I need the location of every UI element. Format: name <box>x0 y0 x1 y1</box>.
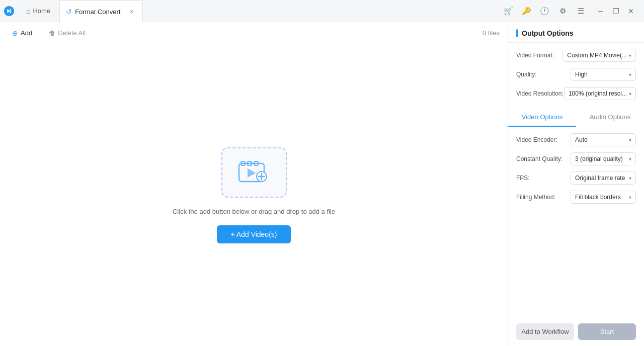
fps-row: FPS: Original frame rate ▾ <box>516 171 636 185</box>
constant-quality-value: 3 (original quality) <box>575 155 623 162</box>
add-video-label: + Add Video(s) <box>231 230 277 238</box>
start-button[interactable]: Start <box>578 323 636 340</box>
add-video-button[interactable]: + Add Video(s) <box>217 225 291 243</box>
accent-bar <box>516 29 518 37</box>
filling-method-row: Filling Method: Fill black borders ▾ <box>516 191 636 204</box>
tab-title: Format Convert <box>75 8 120 16</box>
trash-icon: 🗑 <box>48 29 55 37</box>
video-encoder-row: Video Encoder: Auto ▾ <box>516 133 636 146</box>
delete-all-button[interactable]: 🗑 Delete All <box>44 27 90 39</box>
add-icon: ⊕ <box>12 29 18 37</box>
video-resolution-value: 100% (original resol... <box>569 90 627 97</box>
constant-quality-row: Constant Quality: 3 (original quality) ▾ <box>516 152 636 165</box>
close-button[interactable]: ✕ <box>624 4 638 18</box>
menu-icon[interactable]: ☰ <box>574 4 588 18</box>
main-layout: ⊕ Add 🗑 Delete All 0 files <box>0 22 644 346</box>
drop-zone: Click the add button below or drag and d… <box>0 44 508 346</box>
title-bar-left: ⌂ Home ↺ Format Convert × <box>0 0 143 22</box>
svg-marker-5 <box>248 168 256 178</box>
output-options-title: Output Options <box>522 29 574 37</box>
restore-button[interactable]: ❐ <box>609 4 623 18</box>
video-format-row: Video Format: Custom MP4 Movie(... ▾ <box>516 49 636 62</box>
video-resolution-row: Video Resolution: 100% (original resol..… <box>516 87 636 100</box>
home-tab[interactable]: ⌂ Home <box>18 0 58 22</box>
fps-value: Original frame rate <box>575 175 625 182</box>
chevron-down-icon: ▾ <box>629 91 631 97</box>
video-resolution-select[interactable]: 100% (original resol... ▾ <box>564 87 636 100</box>
format-convert-tab[interactable]: ↺ Format Convert × <box>59 1 143 23</box>
chevron-down-icon: ▾ <box>629 156 631 162</box>
quality-select[interactable]: High ▾ <box>571 68 636 81</box>
quality-value: High <box>575 71 588 78</box>
key-icon[interactable]: 🔑 <box>519 4 533 18</box>
video-resolution-label: Video Resolution: <box>516 90 564 97</box>
filling-method-label: Filling Method: <box>516 194 555 201</box>
constant-quality-label: Constant Quality: <box>516 155 562 162</box>
window-controls: ─ ❐ ✕ <box>594 4 638 18</box>
add-label: Add <box>21 29 32 37</box>
file-count: 0 files <box>482 29 500 37</box>
toolbar-left: ⊕ Add 🗑 Delete All <box>8 27 90 39</box>
workflow-label: Add to Workflow <box>521 328 569 335</box>
filling-method-value: Fill black borders <box>575 194 621 201</box>
bottom-buttons: Add to Workflow Start <box>508 317 644 346</box>
video-add-icon <box>236 157 272 188</box>
filling-method-select[interactable]: Fill black borders ▾ <box>571 191 636 204</box>
drop-hint: Click the add button below or drag and d… <box>173 208 335 215</box>
chevron-down-icon: ▾ <box>629 72 631 77</box>
video-encoder-value: Auto <box>575 136 588 143</box>
chevron-down-icon: ▾ <box>629 195 631 200</box>
video-encoder-select[interactable]: Auto ▾ <box>571 133 636 146</box>
video-format-select[interactable]: Custom MP4 Movie(... ▾ <box>562 49 636 62</box>
app-icon <box>0 0 18 22</box>
chevron-down-icon: ▾ <box>629 137 631 143</box>
add-button[interactable]: ⊕ Add <box>8 27 36 39</box>
clock-icon[interactable]: 🕐 <box>537 4 551 18</box>
video-format-value: Custom MP4 Movie(... <box>567 52 627 59</box>
minimize-button[interactable]: ─ <box>594 4 608 18</box>
home-label: Home <box>33 7 50 15</box>
tab-video-options[interactable]: Video Options <box>508 108 576 127</box>
start-label: Start <box>600 328 614 335</box>
tab-audio-options[interactable]: Audio Options <box>576 108 644 127</box>
add-to-workflow-button[interactable]: Add to Workflow <box>516 323 574 340</box>
fps-label: FPS: <box>516 175 530 182</box>
output-options-form: Video Format: Custom MP4 Movie(... ▾ Qua… <box>508 43 644 106</box>
settings-icon[interactable]: ⚙ <box>555 4 570 18</box>
tab-convert-icon: ↺ <box>66 8 72 16</box>
fps-select[interactable]: Original frame rate ▾ <box>571 171 636 185</box>
chevron-down-icon: ▾ <box>629 53 631 58</box>
drop-icon-box <box>221 147 287 198</box>
output-options-header: Output Options <box>508 22 644 43</box>
video-format-label: Video Format: <box>516 52 554 59</box>
quality-row: Quality: High ▾ <box>516 68 636 81</box>
quality-label: Quality: <box>516 71 537 78</box>
left-panel: ⊕ Add 🗑 Delete All 0 files <box>0 22 508 346</box>
video-options-form: Video Encoder: Auto ▾ Constant Quality: … <box>508 127 644 317</box>
tab-video-options-label: Video Options <box>522 113 562 121</box>
cart-icon[interactable]: 🛒 <box>501 4 515 18</box>
constant-quality-select[interactable]: 3 (original quality) ▾ <box>571 152 636 165</box>
right-panel: Output Options Video Format: Custom MP4 … <box>508 22 644 346</box>
tab-audio-options-label: Audio Options <box>590 113 631 121</box>
options-tabs: Video Options Audio Options <box>508 108 644 127</box>
delete-label: Delete All <box>58 29 86 37</box>
chevron-down-icon: ▾ <box>629 176 631 181</box>
video-encoder-label: Video Encoder: <box>516 136 557 143</box>
title-bar-right: 🛒 🔑 🕐 ⚙ ☰ ─ ❐ ✕ <box>501 4 644 18</box>
tab-close-button[interactable]: × <box>127 8 135 16</box>
title-bar: ⌂ Home ↺ Format Convert × 🛒 🔑 🕐 ⚙ ☰ ─ ❐ … <box>0 0 644 22</box>
toolbar: ⊕ Add 🗑 Delete All 0 files <box>0 22 508 44</box>
home-icon: ⌂ <box>26 7 30 15</box>
